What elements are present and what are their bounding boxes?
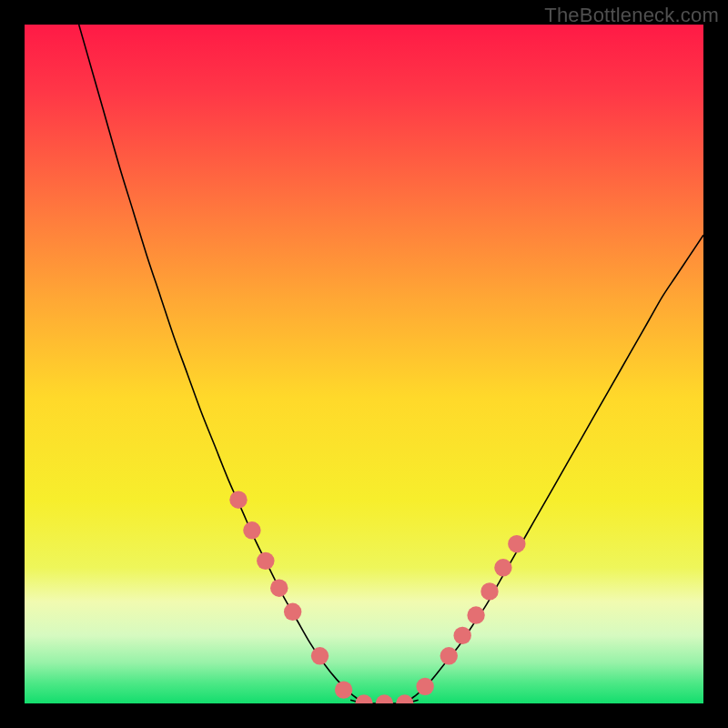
marker-left xyxy=(284,603,301,621)
marker-left xyxy=(270,579,288,596)
marker-right xyxy=(480,582,498,600)
plot-area xyxy=(25,25,703,703)
marker-right xyxy=(494,559,511,576)
marker-right xyxy=(453,627,470,644)
chart-frame: TheBottleneck.com xyxy=(0,0,728,728)
marker-left xyxy=(335,681,352,698)
chart-svg xyxy=(25,25,703,703)
gradient-background xyxy=(25,25,703,703)
marker-right xyxy=(440,647,458,664)
marker-left xyxy=(311,647,329,664)
marker-left xyxy=(257,552,274,570)
marker-left xyxy=(229,491,247,509)
marker-left xyxy=(416,678,433,695)
marker-right xyxy=(508,535,525,552)
marker-right xyxy=(467,606,484,623)
marker-left xyxy=(243,521,260,539)
